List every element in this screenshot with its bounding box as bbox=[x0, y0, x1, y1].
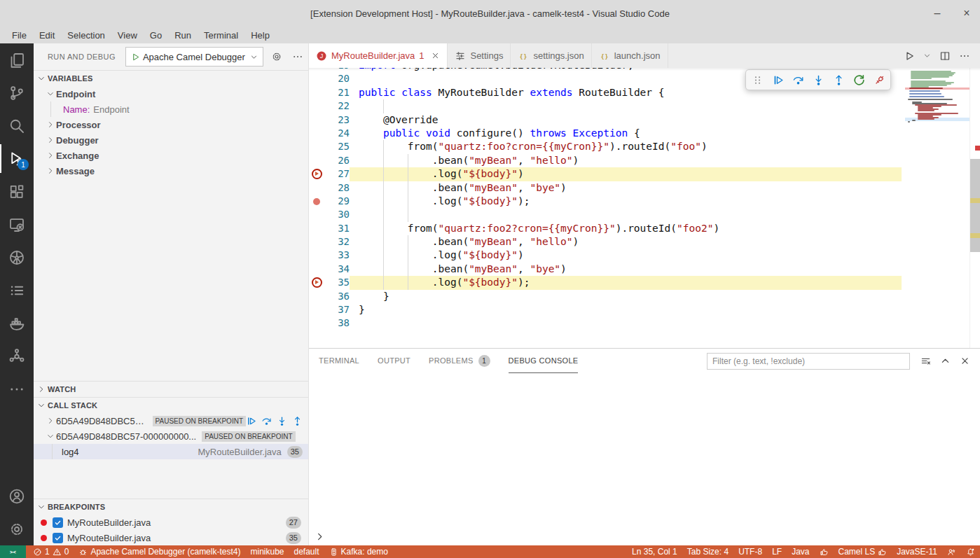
debug-console-repl-input[interactable] bbox=[309, 527, 980, 545]
call-stack-thread[interactable]: 6D5A49D848DBC57...PAUSED ON BREAKPOINT bbox=[34, 413, 308, 428]
breakpoint-row[interactable]: MyRouteBuilder.java27 bbox=[34, 515, 308, 530]
gutter[interactable] bbox=[309, 198, 324, 205]
breakpoint-hit-icon[interactable] bbox=[312, 169, 322, 179]
panel-tab-problems[interactable]: PROBLEMS1 bbox=[429, 349, 490, 373]
variables-section-header[interactable]: VARIABLES bbox=[34, 70, 308, 86]
status-language-mode[interactable]: Java bbox=[787, 545, 814, 558]
activity-bar-item-manage[interactable] bbox=[0, 512, 34, 545]
menu-file[interactable]: File bbox=[6, 29, 33, 42]
breakpoint-checkbox[interactable] bbox=[53, 533, 63, 543]
scrollbar-thumb[interactable] bbox=[970, 159, 980, 252]
run-file-button[interactable] bbox=[904, 50, 915, 62]
code-editor[interactable]: 19import org.apache.camel.builder.RouteB… bbox=[309, 68, 980, 348]
menu-run[interactable]: Run bbox=[168, 29, 198, 42]
activity-bar-item-kubernetes[interactable] bbox=[0, 241, 34, 274]
menu-edit[interactable]: Edit bbox=[33, 29, 61, 42]
tab-myroutebuilder-java[interactable]: JMyRouteBuilder.java1 bbox=[309, 43, 448, 68]
menu-selection[interactable]: Selection bbox=[61, 29, 111, 42]
breakpoint-row[interactable]: MyRouteBuilder.java35 bbox=[34, 530, 308, 545]
status-cursor-position[interactable]: Ln 35, Col 1 bbox=[627, 545, 682, 558]
panel-tab-debug-console[interactable]: DEBUG CONSOLE bbox=[509, 349, 579, 373]
activity-bar-item-docker[interactable] bbox=[0, 307, 34, 340]
gutter[interactable] bbox=[309, 169, 324, 179]
variable-row[interactable]: Name:Endpoint bbox=[34, 102, 308, 117]
step-out-button[interactable] bbox=[831, 72, 846, 88]
continue-button[interactable] bbox=[771, 72, 785, 88]
minimap[interactable] bbox=[905, 68, 970, 348]
variable-scope-endpoint[interactable]: Endpoint bbox=[34, 86, 308, 102]
status-problems-status[interactable]: 10 bbox=[28, 545, 74, 558]
split-editor-button[interactable] bbox=[939, 50, 951, 62]
start-debugging-icon[interactable] bbox=[126, 53, 143, 62]
close-panel-button[interactable] bbox=[960, 356, 970, 366]
step-out-button[interactable] bbox=[292, 416, 303, 426]
activity-bar-item-extensions[interactable] bbox=[0, 175, 34, 208]
step-over-button[interactable] bbox=[791, 72, 805, 88]
status-camel-ls-status[interactable]: Camel LS bbox=[834, 545, 892, 558]
tab-launch-json[interactable]: {}launch.json bbox=[592, 43, 668, 68]
status-java-runtime[interactable]: JavaSE-11 bbox=[892, 545, 942, 558]
debug-console-filter-input[interactable] bbox=[707, 353, 910, 370]
maximize-panel-button[interactable] bbox=[940, 356, 951, 366]
restart-button[interactable] bbox=[852, 72, 866, 88]
activity-bar-item-cluster[interactable] bbox=[0, 340, 34, 372]
menu-help[interactable]: Help bbox=[244, 29, 276, 42]
more-actions-button[interactable] bbox=[959, 50, 970, 62]
variable-scope-message[interactable]: Message bbox=[34, 163, 308, 179]
breakpoint-checkbox[interactable] bbox=[53, 517, 63, 528]
panel-tab-output[interactable]: OUTPUT bbox=[378, 349, 410, 373]
status-debug-session[interactable]: Apache Camel Debugger (camelk-test4) bbox=[74, 545, 245, 558]
activity-bar-item-remote-explorer[interactable] bbox=[0, 208, 34, 241]
breakpoint-icon[interactable] bbox=[313, 198, 320, 205]
menu-terminal[interactable]: Terminal bbox=[198, 29, 244, 42]
breakpoint-hit-icon[interactable] bbox=[312, 277, 322, 288]
breakpoints-section-header[interactable]: BREAKPOINTS bbox=[34, 498, 308, 515]
status-remote-indicator[interactable]: >< bbox=[0, 545, 26, 558]
call-stack-thread[interactable]: 6D5A49D848DBC57-000000000...PAUSED ON BR… bbox=[34, 428, 308, 444]
step-into-button[interactable] bbox=[811, 72, 825, 88]
status-minikube-context[interactable]: minikube bbox=[245, 545, 289, 558]
step-over-button[interactable] bbox=[261, 416, 272, 426]
step-into-button[interactable] bbox=[277, 416, 287, 426]
code-content[interactable]: 19import org.apache.camel.builder.RouteB… bbox=[309, 68, 902, 330]
activity-bar-item-more-views[interactable] bbox=[0, 372, 34, 405]
watch-section-header[interactable]: WATCH bbox=[34, 381, 308, 397]
call-stack-frame[interactable]: log4MyRouteBuilder.java35 bbox=[34, 444, 308, 459]
variable-scope-processor[interactable]: Processor bbox=[34, 117, 308, 132]
activity-bar-item-source-control[interactable] bbox=[0, 76, 34, 109]
status-encoding[interactable]: UTF-8 bbox=[733, 545, 767, 558]
status-indentation[interactable]: Tab Size: 4 bbox=[682, 545, 733, 558]
menu-view[interactable]: View bbox=[111, 29, 144, 42]
minimize-button[interactable]: – bbox=[931, 7, 944, 20]
close-icon[interactable] bbox=[431, 51, 440, 60]
activity-bar-item-search[interactable] bbox=[0, 109, 34, 142]
editor-scrollbar[interactable] bbox=[969, 68, 980, 348]
drag-handle-button[interactable] bbox=[750, 72, 764, 88]
variable-scope-debugger[interactable]: Debugger bbox=[34, 132, 308, 148]
activity-bar-item-accounts[interactable] bbox=[0, 480, 34, 512]
menu-go[interactable]: Go bbox=[144, 29, 168, 42]
activity-bar-item-list-view[interactable] bbox=[0, 274, 34, 307]
close-button[interactable]: × bbox=[960, 7, 973, 20]
tab-settings[interactable]: Settings bbox=[448, 43, 511, 68]
more-actions-icon[interactable] bbox=[290, 49, 305, 64]
disconnect-button[interactable] bbox=[872, 72, 886, 88]
status-eol[interactable]: LF bbox=[767, 545, 787, 558]
launch-config-dropdown[interactable]: Apache Camel Debugger bbox=[125, 47, 263, 67]
clear-console-button[interactable] bbox=[920, 356, 931, 366]
activity-bar-item-explorer[interactable] bbox=[0, 43, 34, 76]
tab-settings-json[interactable]: {}settings.json bbox=[511, 43, 591, 68]
gutter[interactable] bbox=[309, 277, 324, 288]
panel-tab-terminal[interactable]: TERMINAL bbox=[319, 349, 359, 373]
call-stack-section-header[interactable]: CALL STACK bbox=[34, 397, 308, 413]
status-kafka-status[interactable]: Kafka: demo bbox=[324, 545, 393, 558]
activity-bar-item-run-and-debug[interactable]: 1 bbox=[0, 142, 34, 175]
status-feedback[interactable] bbox=[942, 545, 961, 558]
continue-button[interactable] bbox=[246, 416, 256, 426]
status-notifications[interactable] bbox=[961, 545, 980, 558]
status-namespace[interactable]: default bbox=[289, 545, 324, 558]
status-language-status[interactable] bbox=[815, 545, 834, 558]
variable-scope-exchange[interactable]: Exchange bbox=[34, 148, 308, 163]
run-dropdown-button[interactable] bbox=[923, 52, 931, 60]
gear-icon[interactable] bbox=[269, 49, 284, 64]
